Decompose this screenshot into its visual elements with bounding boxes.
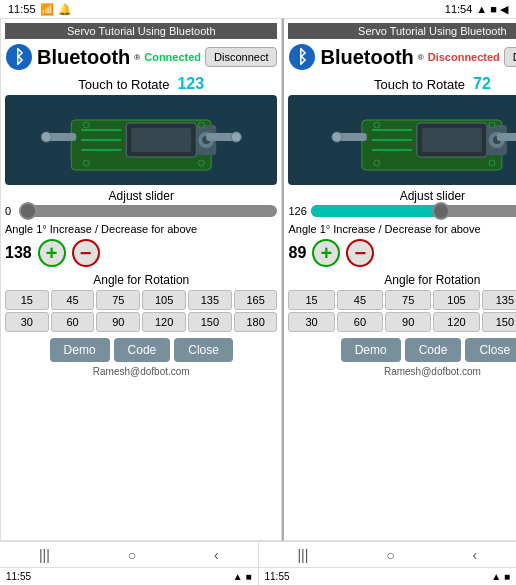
minus-btn-left[interactable]: − [72, 239, 100, 267]
adjust-label-right: Adjust slider [288, 189, 516, 203]
panel-right: Servo Tutorial Using Bluetooth ᛒ Bluetoo… [282, 18, 516, 541]
demo-btn-right[interactable]: Demo [341, 338, 401, 362]
panel-left: Servo Tutorial Using Bluetooth ᛒ Bluetoo… [0, 18, 282, 541]
svg-point-39 [489, 160, 495, 166]
angle-btn-120-left[interactable]: 120 [142, 312, 186, 332]
angle-btn-60-right[interactable]: 60 [337, 312, 383, 332]
angle-btn-135-right[interactable]: 135 [482, 290, 516, 310]
svg-point-17 [198, 122, 204, 128]
home-icon-right[interactable]: ○ [386, 547, 394, 563]
title-bar-left: Servo Tutorial Using Bluetooth [5, 23, 277, 39]
nav-right: ||| ○ ‹ [259, 542, 517, 567]
email-left: Ramesh@dofbot.com [5, 366, 277, 377]
svg-text:ᛒ: ᛒ [14, 47, 25, 67]
svg-point-15 [231, 132, 241, 142]
angle-inc-row-left: Angle 1° Increase / Decrease for above [5, 223, 277, 235]
angle-value-row-left: 138 + − [5, 239, 277, 267]
svg-rect-34 [497, 133, 516, 141]
slider-row-right: 126 [288, 205, 516, 217]
angle-btn-75-right[interactable]: 75 [385, 290, 431, 310]
svg-rect-8 [131, 128, 191, 152]
angle-btn-135-left[interactable]: 135 [188, 290, 232, 310]
slider-min-left: 0 [5, 205, 19, 217]
top-status-bar: 11:55 📶 🔔 11:54 ▲ ■ ◀ [0, 0, 516, 18]
close-btn-left[interactable]: Close [174, 338, 233, 362]
menu-icon-left[interactable]: ||| [39, 547, 50, 563]
status-icons: ▲ ■ ◀ [476, 3, 508, 16]
plus-btn-left[interactable]: + [38, 239, 66, 267]
angle-btn-105-left[interactable]: 105 [142, 290, 186, 310]
disconnect-btn-right[interactable]: Disconnect [504, 47, 516, 67]
close-btn-right[interactable]: Close [465, 338, 516, 362]
bottom-btns-right: Demo Code Close [288, 338, 516, 362]
wifi-icon: 🔔 [58, 3, 72, 16]
angle-rotation-label-right: Angle for Rotation [288, 273, 516, 287]
bottom-status-right: 11:55 ▲ ■ [259, 568, 517, 585]
slider-thumb-right [432, 202, 450, 220]
bt-row-left: ᛒ Bluetooth ® Connected Disconnect [5, 43, 277, 71]
bottom-nav: ||| ○ ‹ ||| ○ ‹ [0, 541, 516, 567]
rotate-value-left: 123 [177, 75, 204, 93]
angle-btn-120-right[interactable]: 120 [433, 312, 479, 332]
svg-point-18 [83, 160, 89, 166]
title-bar-right: Servo Tutorial Using Bluetooth [288, 23, 516, 39]
bottom-status-bar: 11:55 ▲ ■ 11:55 ▲ ■ [0, 567, 516, 585]
angle-btn-105-right[interactable]: 105 [433, 290, 479, 310]
angle-btn-15-left[interactable]: 15 [5, 290, 49, 310]
servo-image-left[interactable] [5, 95, 277, 185]
angle-inc-row-right: Angle 1° Increase / Decrease for above [288, 223, 516, 235]
code-btn-right[interactable]: Code [405, 338, 462, 362]
angle-btn-165-left[interactable]: 165 [234, 290, 278, 310]
slider-track-right[interactable] [311, 205, 516, 217]
plus-btn-right[interactable]: + [312, 239, 340, 267]
angle-btn-30-right[interactable]: 30 [288, 312, 334, 332]
time-right: 11:54 [445, 3, 473, 15]
slider-track-left[interactable] [23, 205, 277, 217]
bt-registered-right: ® [418, 53, 424, 62]
angle-btn-45-right[interactable]: 45 [337, 290, 383, 310]
code-btn-left[interactable]: Code [114, 338, 171, 362]
touch-rotate-left: Touch to Rotate 123 [5, 75, 277, 93]
bt-row-right: ᛒ Bluetooth ® Disconnected Disconnect [288, 43, 516, 71]
slider-thumb-left [19, 202, 37, 220]
angle-btn-90-right[interactable]: 90 [385, 312, 431, 332]
angle-btn-15-right[interactable]: 15 [288, 290, 334, 310]
angle-btn-45-left[interactable]: 45 [51, 290, 95, 310]
svg-point-38 [374, 160, 380, 166]
bottom-status-left: 11:55 ▲ ■ [0, 568, 259, 585]
angle-btn-30-left[interactable]: 30 [5, 312, 49, 332]
bottom-icons-right: ▲ ■ [491, 571, 510, 582]
nav-left: ||| ○ ‹ [0, 542, 259, 567]
svg-text:ᛒ: ᛒ [297, 47, 308, 67]
angle-grid-right: 15 45 75 105 135 165 30 60 90 120 150 18… [288, 290, 516, 332]
angle-rotation-label-left: Angle for Rotation [5, 273, 277, 287]
disconnect-btn-left[interactable]: Disconnect [205, 47, 277, 67]
svg-point-13 [41, 132, 51, 142]
back-icon-right[interactable]: ‹ [472, 547, 477, 563]
email-right: Ramesh@dofbot.com [288, 366, 516, 377]
angle-btn-60-left[interactable]: 60 [51, 312, 95, 332]
angle-btn-150-left[interactable]: 150 [188, 312, 232, 332]
angle-grid-left: 15 45 75 105 135 165 30 60 90 120 150 18… [5, 290, 277, 332]
angle-inc-text-right: Angle 1° Increase / Decrease for above [288, 223, 516, 235]
bt-registered-left: ® [134, 53, 140, 62]
servo-svg-right [288, 95, 516, 185]
rotate-value-right: 72 [473, 75, 491, 93]
slider-row-left: 0 [5, 205, 277, 217]
minus-btn-right[interactable]: − [346, 239, 374, 267]
svg-point-16 [83, 122, 89, 128]
bottom-btns-left: Demo Code Close [5, 338, 277, 362]
servo-image-right[interactable] [288, 95, 516, 185]
slider-min-right: 126 [288, 205, 306, 217]
angle-btn-180-left[interactable]: 180 [234, 312, 278, 332]
angle-btn-90-left[interactable]: 90 [96, 312, 140, 332]
bluetooth-icon-left: ᛒ [5, 43, 33, 71]
menu-icon-right[interactable]: ||| [297, 547, 308, 563]
demo-btn-left[interactable]: Demo [50, 338, 110, 362]
angle-btn-150-right[interactable]: 150 [482, 312, 516, 332]
bt-label-right: Bluetooth [320, 46, 413, 69]
angle-btn-75-left[interactable]: 75 [96, 290, 140, 310]
bluetooth-icon-right: ᛒ [288, 43, 316, 71]
back-icon-left[interactable]: ‹ [214, 547, 219, 563]
home-icon-left[interactable]: ○ [128, 547, 136, 563]
